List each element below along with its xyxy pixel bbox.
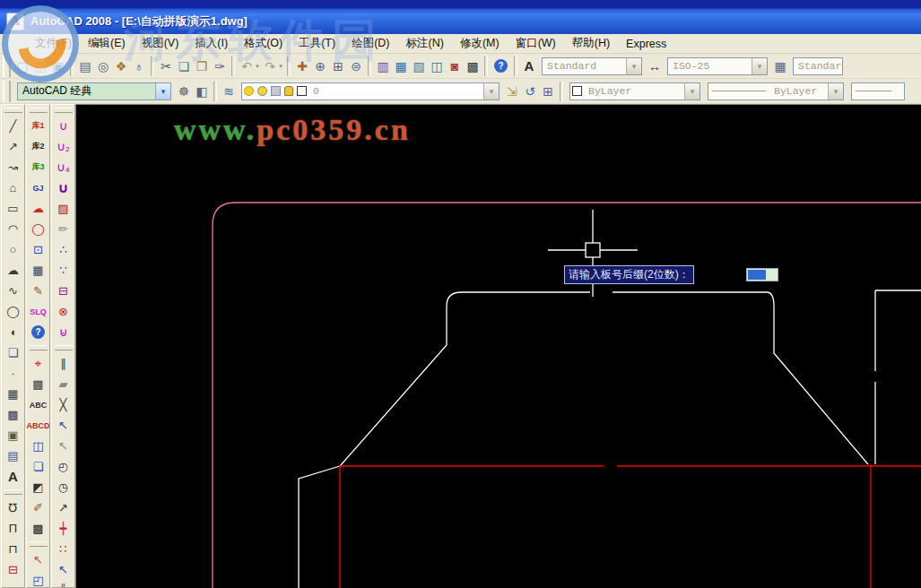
- select-grid-button[interactable]: ◰: [28, 570, 49, 588]
- menu-window[interactable]: 窗口(W): [508, 34, 564, 53]
- cross-lines-button[interactable]: ╳: [53, 394, 74, 415]
- abcd-explode-button[interactable]: ABCD: [28, 415, 49, 436]
- pan-button[interactable]: ✚: [293, 56, 311, 76]
- node-n-button[interactable]: ∵: [53, 260, 74, 281]
- dial-2-button[interactable]: ◷: [53, 477, 74, 497]
- menu-edit[interactable]: 编辑(E): [80, 34, 134, 53]
- redo-dropdown[interactable]: ▾: [277, 56, 284, 76]
- table-style-combo[interactable]: Standard: [793, 57, 843, 75]
- layout-tool-button[interactable]: ❏: [28, 456, 49, 477]
- etransmit-button[interactable]: ♁: [130, 56, 148, 76]
- insert-block-button[interactable]: ❏: [3, 342, 24, 363]
- rectangle-button[interactable]: ▭: [3, 198, 24, 219]
- polyline-button[interactable]: ↝: [3, 157, 24, 177]
- cloud-red-button[interactable]: ☁: [28, 198, 49, 219]
- layer-on-icon[interactable]: [244, 86, 254, 96]
- zoom-window-button[interactable]: ⊞: [329, 56, 347, 76]
- slot-u-button[interactable]: ∪: [53, 116, 74, 136]
- dots-grid-button[interactable]: ▩: [28, 374, 49, 394]
- text-style-combo[interactable]: Standard ▾: [542, 57, 642, 75]
- layer-previous-button[interactable]: ↺: [521, 82, 539, 101]
- window-layout-button[interactable]: ◧: [193, 82, 211, 101]
- calculator-button[interactable]: ▩: [28, 518, 49, 539]
- ellipse-arc-button[interactable]: ◖: [3, 322, 24, 342]
- slot-u-fill-button[interactable]: ∪: [53, 177, 74, 198]
- dim-style-icon[interactable]: ↔: [646, 56, 664, 76]
- menu-express[interactable]: Express: [618, 36, 674, 52]
- table-style-icon[interactable]: ▦: [771, 56, 789, 76]
- select-red-button[interactable]: ⌖: [28, 353, 49, 374]
- tool-palettes-button[interactable]: ▧: [410, 56, 428, 76]
- plot-button[interactable]: ▤: [76, 56, 94, 76]
- menu-format[interactable]: 格式(O): [236, 34, 291, 53]
- ellipse-red-button[interactable]: ◯: [28, 219, 49, 239]
- designcenter-button[interactable]: ▦: [392, 56, 410, 76]
- text-style-icon[interactable]: A: [520, 56, 538, 76]
- chevron-down-icon[interactable]: ▾: [828, 83, 843, 99]
- pick-hatch-button[interactable]: ↖: [53, 436, 74, 456]
- paste-button[interactable]: ❐: [193, 56, 211, 76]
- linetype-combo[interactable]: ByLayer ▾: [708, 82, 844, 100]
- chevron-down-icon[interactable]: ▾: [626, 58, 641, 74]
- clamp-tool-1-button[interactable]: ℧: [3, 497, 24, 518]
- title-bar[interactable]: A AutoCAD 2008 - [E:\自动拼版演示1.dwg]: [0, 0, 921, 34]
- revision-cloud-button[interactable]: ☁: [3, 260, 24, 281]
- slq-button[interactable]: SLQ: [28, 301, 49, 322]
- chevron-down-icon[interactable]: ▾: [752, 58, 767, 74]
- workspace-settings-button[interactable]: ☸: [175, 82, 193, 101]
- chevron-down-icon[interactable]: ▾: [684, 83, 699, 99]
- library-2-button[interactable]: 库2: [28, 136, 49, 157]
- polygon-button[interactable]: ⌂: [3, 177, 24, 198]
- zoom-realtime-button[interactable]: ⊕: [311, 56, 329, 76]
- workspace-combo[interactable]: AutoCAD 经典 ▾: [17, 82, 171, 100]
- chevron-down-icon[interactable]: ▾: [155, 83, 170, 99]
- table-button[interactable]: ▤: [3, 445, 24, 466]
- make-layer-current-button[interactable]: ⇲: [503, 82, 521, 101]
- layer-plot-icon[interactable]: [271, 86, 281, 96]
- dash-rect-button[interactable]: ⊟: [53, 281, 74, 301]
- point-button[interactable]: ∙: [3, 363, 24, 384]
- copy-button[interactable]: ❏: [175, 56, 193, 76]
- menu-help[interactable]: 帮助(H): [564, 34, 618, 53]
- shade-tool-button[interactable]: ◩: [28, 477, 49, 497]
- menu-view[interactable]: 视图(V): [134, 34, 187, 53]
- menu-file[interactable]: 文件(F): [27, 34, 80, 53]
- undo-button[interactable]: ↶: [238, 56, 256, 76]
- zoom-previous-button[interactable]: ⊜: [347, 56, 365, 76]
- text-button[interactable]: A: [3, 466, 24, 487]
- plot-preview-button[interactable]: ◎: [94, 56, 112, 76]
- window-tool-button[interactable]: ◫: [28, 436, 49, 456]
- pick-cursor-button[interactable]: ↖: [53, 415, 74, 436]
- new-button[interactable]: ▢: [13, 56, 31, 76]
- no-cut-button[interactable]: ▨: [53, 198, 74, 219]
- abc-check-button[interactable]: ABC: [28, 394, 49, 415]
- arc-button[interactable]: ◠: [3, 219, 24, 239]
- delete-red-button[interactable]: ⊗: [53, 301, 74, 322]
- dots-red-button[interactable]: ∷: [53, 539, 74, 559]
- clamp-tool-2-button[interactable]: Π: [3, 518, 24, 539]
- eraser-button[interactable]: ▰: [53, 374, 74, 394]
- chevron-down-icon[interactable]: ▾: [483, 83, 499, 99]
- marker-red-button[interactable]: ┿: [53, 518, 74, 539]
- help-button[interactable]: ?: [494, 59, 508, 73]
- undo-dropdown[interactable]: ▾: [254, 56, 261, 76]
- menu-tools[interactable]: 工具(T): [291, 34, 343, 53]
- compass-tool-button[interactable]: ✐: [28, 497, 49, 518]
- slot-circle-button[interactable]: ⊍: [53, 322, 74, 342]
- clamp-tool-3-button[interactable]: ⊓: [3, 539, 24, 559]
- sheet-set-manager-button[interactable]: ◫: [428, 56, 446, 76]
- spline-button[interactable]: ∿: [3, 281, 24, 301]
- menu-modify[interactable]: 修改(M): [452, 34, 508, 53]
- menu-draw[interactable]: 绘图(D): [343, 34, 397, 53]
- menu-insert[interactable]: 插入(I): [187, 34, 236, 53]
- circle-button[interactable]: ○: [3, 239, 24, 260]
- properties-button[interactable]: ▥: [374, 56, 392, 76]
- dial-1-button[interactable]: ◴: [53, 456, 74, 477]
- quickcalc-button[interactable]: ▩: [464, 56, 482, 76]
- layer-lock-icon[interactable]: [284, 86, 293, 96]
- cut-button[interactable]: ✂: [157, 56, 175, 76]
- clamp-tool-4-button[interactable]: ⊟: [3, 559, 24, 580]
- construction-line-button[interactable]: ↗: [3, 136, 24, 157]
- drawing-canvas[interactable]: 请输入板号后缀(2位数)：: [75, 104, 921, 588]
- line-button[interactable]: ╱: [3, 116, 24, 136]
